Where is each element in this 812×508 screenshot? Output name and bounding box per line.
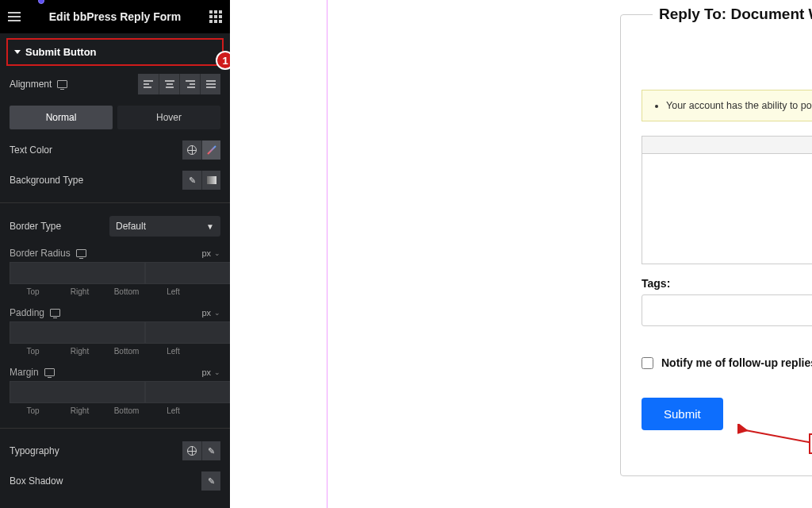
alignment-row: Alignment bbox=[10, 74, 220, 94]
notice-box: Your account has the ability to post unr… bbox=[642, 90, 812, 121]
background-classic-button[interactable]: ✎ bbox=[182, 171, 201, 190]
color-picker-button[interactable] bbox=[201, 140, 220, 160]
border-type-row: Border Type Default ▼ bbox=[10, 216, 220, 237]
alignment-label: Alignment bbox=[10, 79, 52, 90]
section-highlight-box: Submit Button bbox=[6, 38, 224, 66]
caret-down-icon bbox=[14, 50, 21, 54]
gradient-icon bbox=[207, 176, 216, 184]
notify-checkbox[interactable] bbox=[642, 357, 653, 369]
background-gradient-button[interactable] bbox=[201, 171, 220, 190]
apps-grid-icon[interactable] bbox=[209, 10, 222, 23]
state-tabs: Normal Hover bbox=[10, 106, 220, 129]
editor-toolbar[interactable] bbox=[642, 136, 812, 153]
border-type-select[interactable]: Default ▼ bbox=[109, 216, 220, 237]
menu-icon[interactable] bbox=[8, 12, 21, 21]
margin-right-input[interactable] bbox=[145, 381, 230, 403]
divider bbox=[0, 202, 230, 203]
reply-content-textarea[interactable] bbox=[642, 153, 812, 264]
typography-label: Typography bbox=[10, 445, 59, 456]
background-type-row: Background Type ✎ bbox=[10, 171, 220, 190]
brush-icon: ✎ bbox=[189, 175, 196, 186]
align-left-button[interactable] bbox=[138, 74, 159, 94]
tags-input[interactable] bbox=[642, 294, 812, 326]
sidebar-header: Edit bbPress Reply Form bbox=[0, 0, 230, 33]
border-radius-label: Border Radius bbox=[10, 248, 71, 259]
elementor-sidebar: Edit bbPress Reply Form Submit Button 1 … bbox=[0, 0, 230, 508]
border-radius-control: Border Radius px⌄ 🔗 Top Right Bottom Lef… bbox=[10, 248, 220, 296]
align-right-button[interactable] bbox=[179, 74, 200, 94]
tab-hover[interactable]: Hover bbox=[117, 106, 220, 129]
alignment-button-group bbox=[138, 74, 220, 94]
tags-label: Tags: bbox=[642, 277, 812, 290]
globe-icon bbox=[187, 145, 197, 155]
section-toggle-submit-button[interactable]: Submit Button bbox=[11, 44, 219, 60]
pencil-icon: ✎ bbox=[208, 446, 215, 456]
responsive-desktop-icon[interactable] bbox=[44, 368, 55, 376]
notify-label: Notify me of follow-up replies via email bbox=[661, 356, 812, 369]
responsive-desktop-icon[interactable] bbox=[50, 309, 60, 317]
section-title: Submit Button bbox=[25, 46, 97, 58]
padding-control: Padding px⌄ 🔗 Top Right Bottom Left bbox=[10, 307, 220, 356]
box-shadow-label: Box Shadow bbox=[10, 475, 63, 487]
edit-typography-button[interactable]: ✎ bbox=[201, 441, 220, 460]
notice-text: Your account has the ability to post unr… bbox=[666, 100, 812, 111]
global-typography-button[interactable] bbox=[182, 441, 201, 460]
submit-button[interactable]: Submit bbox=[642, 398, 723, 430]
typography-row: Typography ✎ bbox=[10, 441, 220, 460]
reply-form-card: Reply To: Document Writing Your account … bbox=[620, 14, 812, 476]
divider bbox=[0, 428, 230, 429]
align-center-button[interactable] bbox=[159, 74, 179, 94]
padding-right-input[interactable] bbox=[145, 321, 230, 344]
margin-control: Margin px⌄ 🔗 Top Right Bottom Left bbox=[10, 367, 220, 415]
border-type-value: Default bbox=[116, 221, 146, 232]
tab-normal[interactable]: Normal bbox=[10, 106, 113, 129]
chevron-down-icon: ▼ bbox=[206, 222, 214, 231]
padding-top-input[interactable] bbox=[10, 321, 145, 344]
pencil-icon: ✎ bbox=[208, 476, 215, 487]
form-legend: Reply To: Document Writing bbox=[653, 6, 812, 23]
guide-line bbox=[327, 0, 327, 508]
border-radius-right-input[interactable] bbox=[145, 262, 230, 284]
section-header-wrapper: Submit Button 1 bbox=[0, 33, 230, 66]
responsive-desktop-icon[interactable] bbox=[76, 249, 86, 257]
global-color-button[interactable] bbox=[182, 140, 201, 160]
text-color-row: Text Color bbox=[10, 140, 220, 160]
text-color-label: Text Color bbox=[10, 144, 52, 156]
notify-row: Notify me of follow-up replies via email bbox=[642, 356, 812, 369]
unit-selector[interactable]: px⌄ bbox=[201, 248, 220, 258]
preview-canvas: Reply To: Document Writing Your account … bbox=[230, 0, 812, 508]
edit-box-shadow-button[interactable]: ✎ bbox=[201, 471, 220, 491]
padding-label: Padding bbox=[10, 307, 44, 318]
margin-top-input[interactable] bbox=[10, 381, 145, 403]
box-shadow-row: Box Shadow ✎ bbox=[10, 471, 220, 491]
border-radius-top-input[interactable] bbox=[10, 262, 145, 284]
border-type-label: Border Type bbox=[10, 221, 61, 232]
pen-color-icon bbox=[207, 145, 216, 154]
unit-selector[interactable]: px⌄ bbox=[201, 368, 220, 377]
panel-body: Alignment Normal Hover bbox=[0, 66, 230, 508]
align-justify-button[interactable] bbox=[200, 74, 220, 94]
sidebar-title: Edit bbPress Reply Form bbox=[49, 10, 181, 23]
responsive-desktop-icon[interactable] bbox=[57, 80, 67, 88]
annotation-number-box: 1 bbox=[809, 433, 812, 454]
background-type-label: Background Type bbox=[10, 175, 83, 186]
margin-label: Margin bbox=[10, 367, 39, 378]
globe-icon bbox=[187, 446, 197, 456]
unit-selector[interactable]: px⌄ bbox=[201, 308, 220, 318]
